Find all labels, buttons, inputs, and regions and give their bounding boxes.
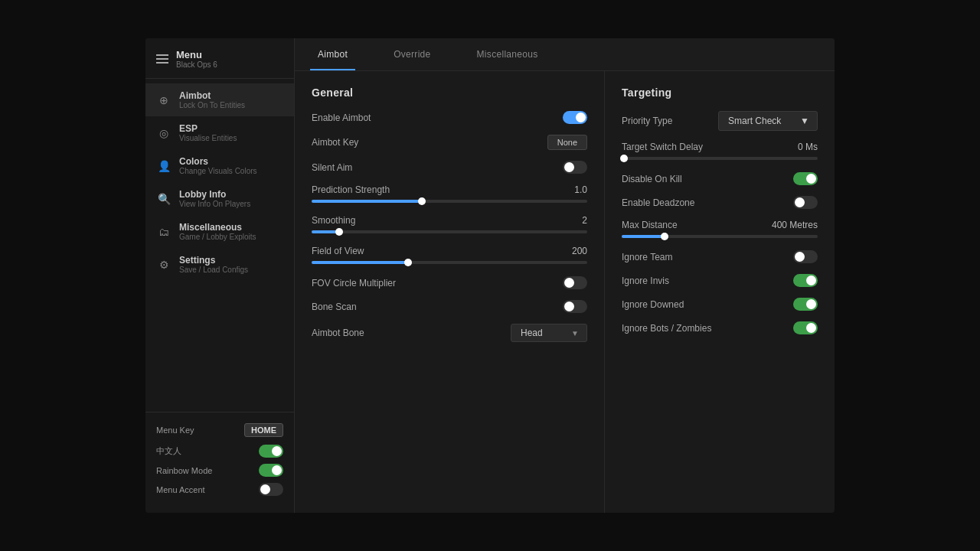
rainbow-toggle[interactable] — [259, 464, 283, 477]
silent-aim-label: Silent Aim — [312, 162, 352, 173]
sidebar-icon-esp: ◎ — [156, 126, 172, 141]
fov-value: 200 — [572, 246, 587, 256]
hamburger-icon[interactable] — [156, 54, 168, 64]
max-distance-fill — [622, 235, 665, 238]
chinese-label: 中文人 — [156, 445, 181, 457]
sidebar-header-text: Menu Black Ops 6 — [176, 49, 217, 69]
target-switch-label: Target Switch Delay — [622, 142, 703, 152]
sidebar-icon-lobby: 🔍 — [156, 191, 172, 207]
tab-override[interactable]: Override — [371, 38, 453, 70]
target-switch-thumb — [620, 155, 628, 162]
max-distance-track[interactable] — [622, 235, 818, 238]
aimbot-bone-dropdown[interactable]: Head ▼ — [511, 324, 587, 342]
ignore-invis-label: Ignore Invis — [622, 276, 669, 286]
main-area: Aimbot Override Miscellaneous General En… — [295, 38, 835, 513]
ignore-downed-toggle[interactable] — [793, 298, 818, 311]
sidebar-item-colors[interactable]: 👤 Colors Change Visuals Colors — [145, 149, 294, 182]
app-title: Menu — [176, 49, 217, 60]
fov-fill — [312, 261, 408, 264]
sidebar-item-settings[interactable]: ⚙ Settings Save / Load Configs — [145, 248, 294, 281]
smoothing-value: 2 — [582, 215, 587, 226]
sidebar-label-lobby: Lobby Info — [179, 189, 250, 200]
sidebar-label-aimbot: Aimbot — [179, 90, 245, 101]
sidebar-label-settings: Settings — [179, 255, 248, 266]
sidebar-header: Menu Black Ops 6 — [145, 38, 294, 79]
rainbow-row: Rainbow Mode — [156, 464, 283, 477]
setting-silent-aim: Silent Aim — [312, 161, 587, 174]
sidebar-sublabel-misc: Game / Lobby Exploits — [179, 233, 256, 241]
chevron-down-icon: ▼ — [571, 329, 579, 337]
setting-ignore-bots: Ignore Bots / Zombies — [622, 321, 818, 334]
bone-scan-label: Bone Scan — [312, 302, 357, 312]
prediction-strength-thumb — [418, 197, 426, 205]
sidebar-footer: Menu Key HOME 中文人 Rainbow Mode Menu Acce… — [145, 412, 294, 513]
ignore-bots-label: Ignore Bots / Zombies — [622, 323, 711, 334]
prediction-strength-track[interactable] — [312, 200, 587, 203]
target-switch-value: 0 Ms — [798, 142, 818, 152]
app-subtitle: Black Ops 6 — [176, 60, 217, 69]
ignore-team-toggle[interactable] — [793, 250, 818, 263]
setting-bone-scan: Bone Scan — [312, 300, 587, 313]
content-panels: General Enable Aimbot Aimbot Key None Si… — [295, 71, 835, 513]
chinese-toggle[interactable] — [259, 445, 283, 458]
disable-on-kill-toggle[interactable] — [793, 172, 818, 185]
app-container: Menu Black Ops 6 ⊕ Aimbot Lock On To Ent… — [145, 38, 835, 513]
prediction-strength-value: 1.0 — [574, 184, 587, 195]
general-title: General — [312, 86, 587, 99]
sidebar-sublabel-lobby: View Info On Players — [179, 200, 250, 208]
aimbot-key-badge[interactable]: None — [547, 135, 587, 150]
setting-priority-type: Priority Type Smart Check ▼ — [622, 111, 818, 131]
sidebar-label-colors: Colors — [179, 156, 257, 167]
tab-bar: Aimbot Override Miscellaneous — [295, 38, 835, 71]
setting-enable-deadzone: Enable Deadzone — [622, 196, 818, 209]
sidebar-item-lobby[interactable]: 🔍 Lobby Info View Info On Players — [145, 182, 294, 215]
sidebar-sublabel-aimbot: Lock On To Entities — [179, 101, 245, 109]
chinese-row: 中文人 — [156, 445, 283, 458]
priority-type-value: Smart Check — [728, 116, 781, 126]
priority-type-dropdown[interactable]: Smart Check ▼ — [718, 111, 818, 131]
enable-deadzone-toggle[interactable] — [793, 196, 818, 209]
tab-aimbot[interactable]: Aimbot — [295, 38, 371, 70]
sidebar-icon-aimbot: ⊕ — [156, 93, 172, 108]
setting-target-switch: Target Switch Delay 0 Ms — [622, 142, 818, 160]
setting-max-distance: Max Distance 400 Metres — [622, 220, 818, 238]
setting-aimbot-bone: Aimbot Bone Head ▼ — [312, 324, 587, 342]
sidebar-sublabel-settings: Save / Load Configs — [179, 266, 248, 274]
target-switch-track[interactable] — [622, 157, 818, 160]
ignore-invis-toggle[interactable] — [793, 274, 818, 287]
aimbot-bone-label: Aimbot Bone — [312, 328, 364, 338]
accent-label: Menu Accent — [156, 485, 205, 494]
sidebar-sublabel-esp: Visualise Entities — [179, 134, 237, 142]
enable-aimbot-toggle[interactable] — [563, 111, 587, 124]
aimbot-key-label: Aimbot Key — [312, 137, 358, 148]
sidebar: Menu Black Ops 6 ⊕ Aimbot Lock On To Ent… — [145, 38, 295, 513]
fov-multiplier-toggle[interactable] — [563, 276, 587, 289]
tab-miscellaneous[interactable]: Miscellaneous — [454, 38, 561, 70]
smoothing-thumb — [335, 228, 343, 236]
bone-scan-toggle[interactable] — [563, 300, 587, 313]
prediction-strength-label: Prediction Strength — [312, 184, 390, 195]
sidebar-nav: ⊕ Aimbot Lock On To Entities ◎ ESP Visua… — [145, 79, 294, 412]
ignore-bots-toggle[interactable] — [793, 321, 818, 334]
prediction-strength-fill — [312, 200, 422, 203]
max-distance-label: Max Distance — [622, 220, 678, 230]
sidebar-item-aimbot[interactable]: ⊕ Aimbot Lock On To Entities — [145, 83, 294, 116]
rainbow-label: Rainbow Mode — [156, 466, 212, 475]
smoothing-label: Smoothing — [312, 215, 355, 226]
panel-general: General Enable Aimbot Aimbot Key None Si… — [295, 71, 605, 513]
fov-multiplier-label: FOV Circle Multiplier — [312, 278, 396, 289]
setting-prediction-strength: Prediction Strength 1.0 — [312, 184, 587, 203]
sidebar-item-misc[interactable]: 🗂 Miscellaneous Game / Lobby Exploits — [145, 215, 294, 248]
sidebar-sublabel-colors: Change Visuals Colors — [179, 167, 257, 175]
setting-ignore-downed: Ignore Downed — [622, 298, 818, 311]
fov-track[interactable] — [312, 261, 587, 264]
sidebar-item-esp[interactable]: ◎ ESP Visualise Entities — [145, 116, 294, 149]
smoothing-track[interactable] — [312, 230, 587, 233]
setting-aimbot-key: Aimbot Key None — [312, 135, 587, 150]
setting-fov-multiplier: FOV Circle Multiplier — [312, 276, 587, 289]
priority-type-label: Priority Type — [622, 116, 672, 126]
accent-toggle[interactable] — [259, 483, 283, 496]
silent-aim-toggle[interactable] — [563, 161, 587, 174]
enable-aimbot-label: Enable Aimbot — [312, 112, 371, 123]
menu-key-badge[interactable]: HOME — [244, 423, 283, 437]
